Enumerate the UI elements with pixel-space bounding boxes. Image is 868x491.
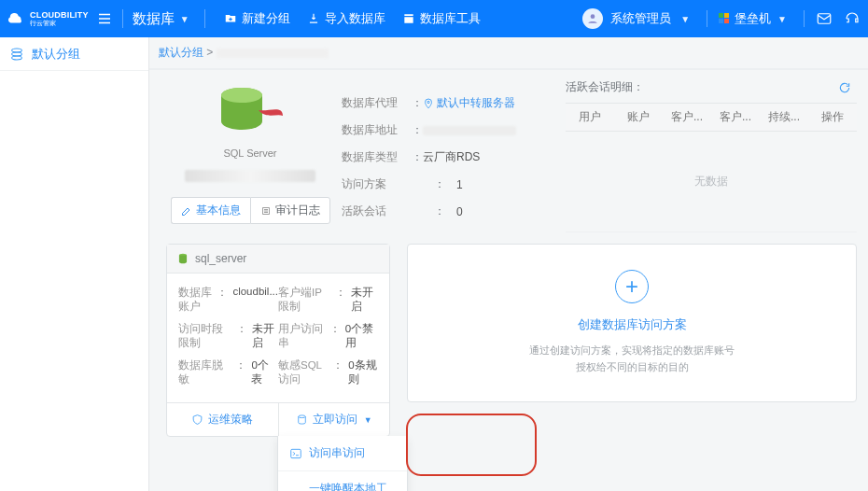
- svg-rect-1: [719, 13, 723, 18]
- access-now-button[interactable]: 立即访问 ▼: [278, 403, 390, 436]
- sidebar: 默认分组: [0, 37, 149, 491]
- create-plan-desc: 通过创建访问方案，实现将指定的数据库账号授权给不同的目标的目的: [525, 343, 739, 375]
- db-type-value: 云厂商RDS: [423, 149, 480, 165]
- new-group-button[interactable]: 新建分组: [224, 10, 290, 27]
- svg-point-8: [12, 56, 22, 60]
- access-dropdown: 访问串访问 一键唤醒本地工具 Navicat: [277, 436, 408, 491]
- session-panel: 活跃会话明细： 用户 账户 客户... 客户... 持续... 操作 无数据: [566, 79, 857, 232]
- list-icon: [260, 205, 272, 217]
- import-db-label: 导入数据库: [325, 10, 385, 27]
- user-icon: [586, 12, 599, 25]
- brand-sub: 行云管家: [30, 20, 89, 26]
- module-title: 数据库: [133, 10, 175, 28]
- stack-icon: [296, 414, 308, 426]
- chevron-down-icon[interactable]: ▼: [180, 14, 189, 24]
- edit-icon: [181, 205, 192, 217]
- session-empty: 无数据: [566, 132, 857, 232]
- svg-rect-2: [724, 13, 729, 18]
- db-engine-label: SQL Server: [223, 147, 276, 159]
- svg-point-11: [427, 101, 429, 103]
- location-icon: [423, 98, 434, 109]
- create-plan-title[interactable]: 创建数据库访问方案: [578, 316, 687, 333]
- sidebar-item-default-group[interactable]: 默认分组: [0, 37, 148, 71]
- user-chevron-icon: ▼: [680, 14, 690, 24]
- username: 系统管理员: [610, 10, 671, 27]
- chevron-down-icon: ▼: [364, 415, 372, 425]
- account-card-title: sql_server: [195, 252, 246, 265]
- breadcrumb: 默认分组 >: [149, 37, 868, 68]
- sql-server-icon: [210, 84, 290, 142]
- db-small-icon: [176, 252, 189, 265]
- new-group-label: 新建分组: [242, 10, 290, 27]
- layers-icon: [9, 47, 24, 62]
- refresh-icon[interactable]: [838, 81, 851, 94]
- topbar: CLOUDBILITY 行云管家 数据库 ▼ 新建分组 导入数据库 数据库工具 …: [0, 0, 868, 37]
- bastion-label: 堡垒机: [735, 10, 771, 27]
- hamburger-icon[interactable]: [96, 10, 113, 27]
- tab-audit-log[interactable]: 审计日志: [250, 197, 330, 224]
- svg-point-13: [298, 415, 305, 418]
- user-area[interactable]: 系统管理员 ▼: [582, 8, 695, 29]
- import-db-button[interactable]: 导入数据库: [307, 10, 385, 27]
- session-panel-title: 活跃会话明细: [566, 80, 633, 93]
- bastion-switch[interactable]: 堡垒机 ▼: [719, 10, 792, 27]
- svg-point-0: [591, 14, 595, 19]
- create-plan-card: + 创建数据库访问方案 通过创建访问方案，实现将指定的数据库账号授权给不同的目标…: [407, 244, 857, 402]
- session-table-head: 用户 账户 客户... 客户... 持续... 操作: [566, 103, 857, 132]
- account-card: sql_server 数据库账户：cloudbil... 客户端IP限制：未开启…: [166, 244, 390, 437]
- svg-rect-4: [724, 19, 729, 23]
- ops-policy-button[interactable]: 运维策略: [167, 403, 278, 436]
- svg-rect-5: [818, 14, 831, 24]
- svg-point-6: [12, 49, 22, 52]
- breadcrumb-link[interactable]: 默认分组: [159, 46, 203, 59]
- plus-folder-icon: [224, 12, 237, 25]
- brand: CLOUDBILITY 行云管家: [2, 8, 96, 29]
- bastion-chevron-icon: ▼: [777, 14, 787, 24]
- svg-rect-3: [719, 19, 723, 23]
- terminal-icon: [289, 447, 302, 460]
- db-agent-value[interactable]: 默认中转服务器: [437, 95, 515, 111]
- tools-icon: [402, 12, 415, 25]
- create-plan-plus[interactable]: +: [615, 270, 649, 303]
- db-properties: 数据库代理： 默认中转服务器 数据库地址： 数据库类型：云厂商RDS 访问方案：…: [338, 79, 562, 232]
- headset-icon[interactable]: [844, 10, 861, 27]
- db-tools-label: 数据库工具: [420, 10, 481, 27]
- db-address-obscured: [423, 126, 516, 135]
- db-tools-button[interactable]: 数据库工具: [402, 10, 481, 27]
- shield-icon: [191, 414, 203, 426]
- tab-basic-info[interactable]: 基本信息: [171, 197, 250, 224]
- svg-point-10: [221, 88, 262, 103]
- db-session-count: 0: [456, 205, 463, 218]
- breadcrumb-current: [217, 49, 329, 58]
- dd-wake-local-tool[interactable]: 一键唤醒本地工具: [278, 471, 407, 491]
- brand-top: CLOUDBILITY: [30, 11, 89, 20]
- cloud-logo-icon: [6, 8, 26, 29]
- svg-rect-14: [291, 449, 301, 457]
- db-plan-count: 1: [456, 178, 463, 191]
- main-content: 默认分组 > SQL Server 基本信息: [149, 37, 868, 491]
- dd-conn-string[interactable]: 访问串访问: [278, 436, 407, 471]
- svg-point-7: [12, 52, 22, 56]
- mail-icon[interactable]: [816, 10, 833, 27]
- grid-icon: [719, 13, 730, 24]
- import-icon: [307, 12, 320, 25]
- sidebar-item-label: 默认分组: [32, 46, 80, 63]
- db-name-obscured: [185, 170, 315, 182]
- avatar: [582, 8, 603, 29]
- db-summary: SQL Server 基本信息 审计日志: [166, 79, 334, 232]
